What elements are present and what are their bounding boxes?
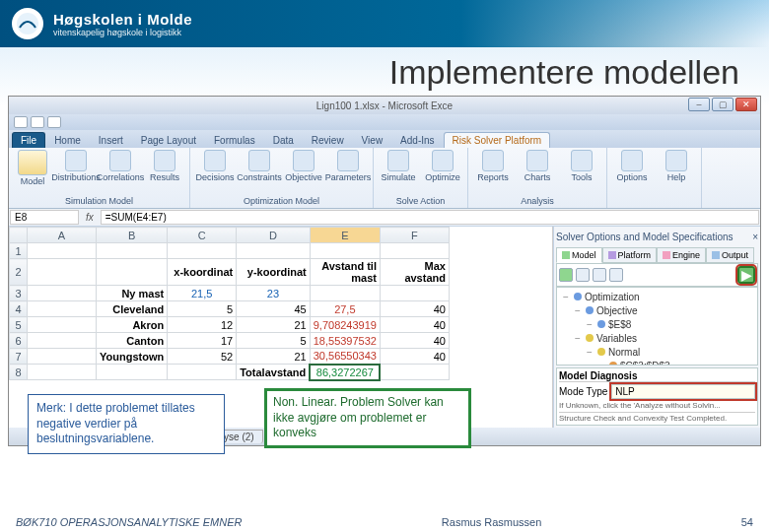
row-header[interactable]: 7 bbox=[10, 349, 28, 365]
cell[interactable] bbox=[380, 365, 449, 380]
solver-model-tree[interactable]: −Optimization−Objective−$E$8−Variables−N… bbox=[556, 287, 758, 366]
cell[interactable]: 40 bbox=[380, 301, 449, 317]
cell[interactable]: 5 bbox=[237, 333, 311, 349]
tree-node[interactable]: $C$3:$D$3 bbox=[561, 359, 755, 366]
solver-tab-model[interactable]: Model bbox=[556, 247, 602, 263]
tree-toggle-icon[interactable]: − bbox=[573, 305, 583, 316]
cell[interactable]: 5 bbox=[168, 301, 237, 317]
ribbon-item-model[interactable]: Model bbox=[13, 150, 52, 186]
tree-node[interactable]: −Optimization bbox=[561, 290, 755, 303]
cell[interactable]: Youngstown bbox=[97, 349, 168, 365]
row-header[interactable]: 2 bbox=[10, 259, 28, 286]
cell[interactable] bbox=[28, 365, 97, 380]
tab-home[interactable]: Home bbox=[45, 132, 90, 148]
cell[interactable] bbox=[97, 243, 168, 259]
cell[interactable]: 9,708243919 bbox=[310, 317, 380, 333]
row-header[interactable]: 1 bbox=[10, 243, 28, 259]
ribbon-item-correlations[interactable]: Correlations bbox=[100, 150, 141, 186]
ribbon-item-charts[interactable]: Charts bbox=[517, 150, 558, 182]
cell[interactable]: 18,55397532 bbox=[310, 333, 380, 349]
cell[interactable]: 52 bbox=[168, 349, 237, 365]
tree-node[interactable]: −Objective bbox=[561, 303, 755, 317]
formula-input[interactable]: =SUM(E4:E7) bbox=[101, 210, 759, 225]
cell[interactable]: Totalavstand bbox=[237, 365, 311, 380]
solve-run-button[interactable]: ▶ bbox=[737, 266, 755, 284]
tab-add-ins[interactable]: Add-Ins bbox=[391, 132, 443, 148]
tree-toggle-icon[interactable]: − bbox=[561, 292, 571, 302]
settings-icon[interactable] bbox=[609, 268, 623, 282]
cell[interactable] bbox=[310, 243, 380, 259]
cell[interactable]: 17 bbox=[168, 333, 237, 349]
panel-close-icon[interactable]: × bbox=[752, 232, 758, 242]
tree-toggle-icon[interactable]: − bbox=[573, 333, 583, 344]
fx-icon[interactable]: fx bbox=[80, 212, 100, 223]
cell[interactable]: Cleveland bbox=[97, 301, 168, 317]
cell[interactable] bbox=[168, 243, 237, 259]
ribbon-item-optimize[interactable]: Optimize bbox=[422, 150, 463, 182]
cell[interactable] bbox=[380, 286, 449, 301]
model-type-value[interactable]: NLP bbox=[611, 384, 755, 399]
cell[interactable] bbox=[97, 259, 168, 286]
tab-insert[interactable]: Insert bbox=[90, 132, 132, 148]
ribbon-item-parameters[interactable]: Parameters bbox=[327, 150, 369, 182]
column-header[interactable]: D bbox=[237, 228, 311, 243]
cell[interactable] bbox=[380, 243, 449, 259]
tree-node[interactable]: −Normal bbox=[561, 345, 755, 359]
cell[interactable] bbox=[28, 286, 97, 301]
cell[interactable]: 21 bbox=[237, 317, 311, 333]
column-header[interactable]: A bbox=[28, 228, 97, 243]
ribbon-item-reports[interactable]: Reports bbox=[472, 150, 514, 182]
solver-tab-engine[interactable]: Engine bbox=[657, 247, 706, 263]
cell[interactable]: Avstand til mast bbox=[310, 259, 380, 286]
cell[interactable]: 21,5 bbox=[168, 286, 237, 301]
spreadsheet-grid[interactable]: ABCDEF12x-koordinaty-koordinatAvstand ti… bbox=[9, 227, 450, 381]
cell[interactable] bbox=[28, 333, 97, 349]
solver-tab-platform[interactable]: Platform bbox=[602, 247, 658, 263]
cell[interactable]: 30,56550343 bbox=[310, 349, 380, 365]
tab-review[interactable]: Review bbox=[303, 132, 353, 148]
ribbon-item-distributions[interactable]: Distributions bbox=[55, 150, 97, 186]
solver-tab-output[interactable]: Output bbox=[706, 247, 754, 263]
cell[interactable]: 40 bbox=[380, 317, 449, 333]
column-header[interactable]: B bbox=[97, 228, 168, 243]
column-header[interactable]: C bbox=[168, 228, 237, 243]
tree-toggle-icon[interactable]: − bbox=[585, 347, 594, 358]
tree-node[interactable]: −$E$8 bbox=[561, 317, 755, 331]
row-header[interactable]: 4 bbox=[10, 301, 28, 317]
cell[interactable]: Max avstand bbox=[380, 259, 449, 286]
qat-save-icon[interactable] bbox=[14, 116, 28, 128]
tree-toggle-icon[interactable]: − bbox=[585, 319, 594, 330]
cell[interactable] bbox=[237, 243, 311, 259]
remove-icon[interactable] bbox=[576, 268, 590, 282]
tree-node[interactable]: −Variables bbox=[561, 331, 755, 345]
ribbon-item-simulate[interactable]: Simulate bbox=[378, 150, 419, 182]
row-header[interactable]: 3 bbox=[10, 286, 28, 301]
row-header[interactable]: 8 bbox=[10, 365, 28, 380]
cell[interactable] bbox=[28, 259, 97, 286]
cell[interactable] bbox=[310, 286, 380, 301]
cell[interactable]: 12 bbox=[168, 317, 237, 333]
row-header[interactable]: 5 bbox=[10, 317, 28, 333]
ribbon-item-help[interactable]: Help bbox=[656, 150, 697, 182]
ribbon-item-decisions[interactable]: Decisions bbox=[194, 150, 236, 182]
name-box[interactable]: E8 bbox=[10, 210, 79, 225]
cell[interactable] bbox=[28, 243, 97, 259]
ribbon-item-options[interactable]: Options bbox=[611, 150, 653, 182]
ribbon-item-tools[interactable]: Tools bbox=[561, 150, 602, 182]
qat-redo-icon[interactable] bbox=[47, 116, 61, 128]
cell[interactable]: 86,3272267 bbox=[310, 365, 380, 380]
ribbon-item-results[interactable]: Results bbox=[144, 150, 185, 186]
qat-undo-icon[interactable] bbox=[31, 116, 44, 128]
minimize-button[interactable]: – bbox=[688, 98, 710, 111]
ribbon-item-objective[interactable]: Objective bbox=[283, 150, 324, 182]
close-button[interactable]: ✕ bbox=[735, 98, 757, 111]
tab-view[interactable]: View bbox=[353, 132, 392, 148]
cell[interactable]: y-koordinat bbox=[237, 259, 311, 286]
cell[interactable] bbox=[28, 317, 97, 333]
column-header[interactable]: E bbox=[310, 228, 380, 243]
cell[interactable] bbox=[168, 365, 237, 380]
cell[interactable]: x-koordinat bbox=[168, 259, 237, 286]
cell[interactable]: 45 bbox=[237, 301, 311, 317]
cell[interactable]: 27,5 bbox=[310, 301, 380, 317]
tab-file[interactable]: File bbox=[12, 132, 45, 148]
